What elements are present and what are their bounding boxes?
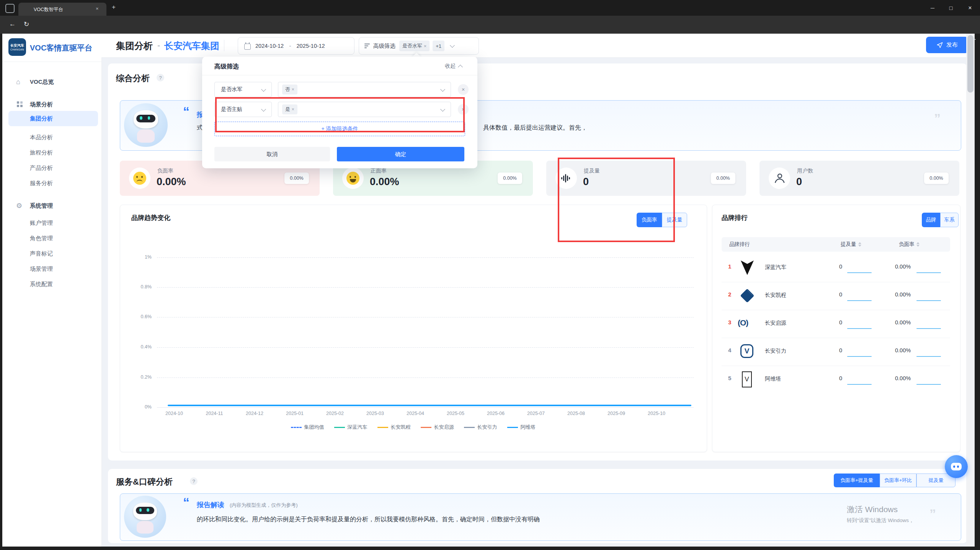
mentions-sparkline: [847, 300, 872, 301]
service-toggle-2[interactable]: 负面率+环比: [880, 474, 916, 487]
rank-toggle-series[interactable]: 车系: [940, 213, 959, 227]
negative-value: 0.00%: [895, 319, 911, 325]
browser-tab[interactable]: VOC数智平台 ×: [18, 3, 106, 16]
brand-logo-deepal: [740, 260, 755, 276]
sidebar-item-product[interactable]: 产品分析: [2, 161, 101, 175]
collapse-button[interactable]: 收起: [445, 63, 462, 70]
filter-field-select[interactable]: 是否水军: [214, 82, 272, 97]
advanced-filter-trigger[interactable]: 高级筛选 是否水军 × +1: [359, 37, 479, 55]
rank-toggle-brand[interactable]: 品牌: [922, 213, 940, 227]
close-button[interactable]: ×: [960, 0, 980, 16]
sidebar-item-scene-analysis[interactable]: 场景分析: [2, 98, 101, 111]
negative-sparkline: [916, 356, 941, 357]
x-tick: 2025-09: [601, 411, 632, 416]
page-header: 集团分析 - 长安汽车集团 2024-10-12 - 2025-10-12 高级…: [101, 34, 966, 58]
changan-logo: 长安汽车 CHANGAN: [8, 38, 26, 56]
scrollbar-thumb[interactable]: [967, 35, 973, 93]
rank-title: 品牌排行: [722, 213, 748, 222]
date-end: 2025-10-12: [297, 43, 325, 49]
legend-item[interactable]: 深蓝汽车: [334, 424, 368, 431]
rank-row[interactable]: 4 V 长安引力 0 0.00%: [722, 338, 950, 366]
back-icon[interactable]: ←: [9, 20, 16, 28]
refresh-icon[interactable]: ↻: [24, 20, 29, 28]
sad-face-icon: [129, 168, 150, 189]
mentions-value: 0: [839, 347, 842, 353]
sidebar-item-roles[interactable]: 角色管理: [2, 231, 101, 245]
x-tick: 2025-04: [400, 411, 431, 416]
mentions-value: 0: [839, 264, 842, 270]
sidebar-item-label: 角色管理: [30, 235, 53, 242]
sidebar-item-label: 集团分析: [30, 115, 53, 122]
sidebar-item-voc-overview[interactable]: ⌂ VOC总览: [2, 75, 101, 89]
rank-row[interactable]: 2 长安凯程 0 0.00%: [722, 282, 950, 310]
page-scrollbar: [966, 34, 975, 547]
assistant-float-button[interactable]: [945, 455, 968, 478]
publish-button[interactable]: 发布: [926, 37, 968, 53]
new-tab-icon[interactable]: +: [112, 3, 116, 11]
column-header-negative[interactable]: 负面率: [899, 241, 920, 248]
legend-item[interactable]: 阿维塔: [507, 424, 536, 431]
tab-close-icon[interactable]: ×: [96, 6, 99, 11]
rank-number: 4: [728, 347, 731, 353]
happy-face-icon: [342, 168, 364, 189]
sidebar-divider: [2, 62, 101, 62]
sidebar-item-journey[interactable]: 旅程分析: [2, 146, 101, 159]
tag-close-icon: ×: [292, 87, 294, 92]
sidebar-item-group-analysis[interactable]: 集团分析: [8, 111, 98, 126]
metric-card-users: 用户数 0 0.00%: [760, 161, 959, 196]
screen: VOC数智平台 × + ─ □ × ← ↻ https://vocuat.cha…: [0, 0, 980, 550]
cancel-button[interactable]: 取消: [214, 147, 330, 161]
legend-item[interactable]: 长安引力: [464, 424, 497, 431]
browser-toolbar: ← ↻ https://vocuat.changan.com.cn/report…: [0, 16, 980, 34]
sidebar-item-label: 声音标记: [30, 250, 53, 257]
sidebar-item-product-self[interactable]: 本品分析: [2, 130, 101, 144]
x-tick: 2025-02: [320, 411, 350, 416]
chevron-down-icon: [261, 87, 266, 92]
sort-icon: [916, 242, 920, 247]
y-tick: 0.6%: [132, 314, 152, 319]
legend-item[interactable]: 长安凯程: [377, 424, 411, 431]
gridline: [157, 257, 694, 258]
chevron-down-icon: [450, 43, 455, 48]
filter-tag[interactable]: 是否水军 ×: [399, 41, 430, 51]
legend-item[interactable]: 集团均值: [291, 424, 324, 431]
filter-more-tag[interactable]: +1: [433, 41, 444, 51]
rank-number: 2: [728, 291, 731, 298]
chevron-up-icon: [458, 65, 463, 70]
legend-item[interactable]: 长安启源: [421, 424, 454, 431]
confirm-button[interactable]: 确定: [337, 147, 464, 161]
filter-value-select[interactable]: 否 ×: [278, 82, 451, 97]
sidebar-item-accounts[interactable]: 账户管理: [2, 216, 101, 230]
sidebar-item-sys-config[interactable]: 系统配置: [2, 277, 101, 291]
brand-name: 长安引力: [765, 348, 786, 355]
help-icon[interactable]: ?: [157, 74, 164, 81]
brand-name: 长安启源: [765, 320, 786, 327]
help-icon[interactable]: ?: [190, 477, 198, 485]
sort-icon: [858, 242, 861, 247]
value-tag[interactable]: 否 ×: [282, 85, 297, 94]
service-toggle-1[interactable]: 负面率+提及量: [834, 474, 880, 487]
date-range-picker[interactable]: 2024-10-12 - 2025-10-12: [238, 37, 354, 55]
org-name[interactable]: 长安汽车集团: [164, 40, 219, 52]
sidebar-item-label: 服务分析: [30, 180, 53, 187]
rank-row[interactable]: 1 深蓝汽车 0 0.00%: [722, 254, 950, 282]
tab-actions-icon[interactable]: [5, 4, 15, 13]
brand-logo-avatr: V: [742, 371, 752, 387]
metric-label: 正面率: [371, 168, 387, 174]
logo-line2: CHANGAN: [10, 48, 24, 51]
rank-row[interactable]: 3 (O) 长安启源 0 0.00%: [722, 310, 950, 338]
brand-name: 阿维塔: [765, 376, 781, 382]
restore-button[interactable]: □: [942, 0, 960, 16]
sidebar-item-voice-tag[interactable]: 声音标记: [2, 247, 101, 260]
metric-badge: 0.00%: [711, 172, 735, 184]
rank-row[interactable]: 5 V 阿维塔 0 0.00%: [722, 366, 950, 394]
sidebar-item-scene-mgmt[interactable]: 场景管理: [2, 262, 101, 276]
sidebar-item-label: 产品分析: [30, 164, 53, 172]
sidebar-item-system[interactable]: ⚙ 系统管理: [2, 199, 101, 213]
metric-badge: 0.00%: [284, 172, 309, 184]
column-header-mentions[interactable]: 提及量: [841, 241, 861, 248]
dialog-divider: [202, 75, 477, 75]
minimize-button[interactable]: ─: [923, 0, 942, 16]
remove-row-button[interactable]: ×: [458, 84, 469, 95]
sidebar-item-service[interactable]: 服务分析: [2, 176, 101, 190]
